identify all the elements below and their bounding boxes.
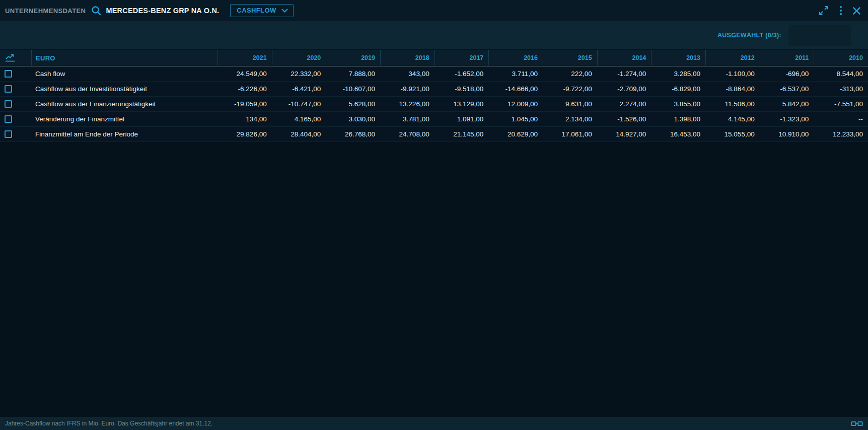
value-cell: -6.537,00 — [760, 85, 814, 93]
row-label: Cashflow aus der Finanzierungstätigkeit — [31, 100, 218, 108]
search-icon[interactable] — [91, 5, 102, 16]
year-column-header: 2014 — [597, 50, 652, 66]
row-label: Veränderung der Finanzmittel — [31, 115, 218, 123]
table-row: Finanzmittel am Ende der Periode29.826,0… — [0, 127, 868, 142]
value-cell: 16.453,00 — [651, 130, 705, 138]
value-cell: -2.709,00 — [597, 85, 652, 93]
value-cell: -1.526,00 — [597, 115, 652, 123]
window-controls — [818, 5, 861, 16]
value-cell: 28.404,00 — [272, 130, 326, 138]
value-cell: 5.842,00 — [760, 100, 814, 108]
value-cell: 222,00 — [543, 70, 597, 78]
value-cell: -1.100,00 — [705, 70, 760, 78]
value-cell: 15.055,00 — [705, 130, 760, 138]
value-cell: -9.518,00 — [435, 85, 489, 93]
row-checkbox-cell — [0, 70, 31, 78]
instrument-name: MERCEDES-BENZ GRP NA O.N. — [106, 7, 219, 15]
value-cell: -6.226,00 — [218, 85, 272, 93]
year-column-header: 2018 — [380, 50, 435, 66]
year-column-header: 2013 — [651, 50, 705, 66]
selected-count-label: AUSGEWÄHLT (0/3): — [717, 32, 781, 39]
row-checkbox-cell — [0, 85, 31, 93]
value-cell: 10.910,00 — [760, 130, 814, 138]
value-cell: 22.332,00 — [272, 70, 326, 78]
top-bar: UNTERNEHMENSDATEN MERCEDES-BENZ GRP NA O… — [0, 0, 868, 21]
value-cell: 4.145,00 — [705, 115, 760, 123]
year-column-header: 2011 — [760, 50, 814, 66]
row-checkbox[interactable] — [5, 115, 12, 123]
value-cell: 134,00 — [218, 115, 272, 123]
value-cell: 12.233,00 — [814, 130, 868, 138]
value-cell: 4.165,00 — [272, 115, 326, 123]
row-label: Finanzmittel am Ende der Periode — [31, 130, 218, 138]
value-cell: 14.927,00 — [597, 130, 652, 138]
value-cell: 5.628,00 — [326, 100, 380, 108]
value-cell: 13.129,00 — [435, 100, 489, 108]
year-column-header: 2015 — [543, 50, 597, 66]
value-cell: -10.747,00 — [272, 100, 326, 108]
selected-items-area — [788, 25, 851, 46]
value-cell: -696,00 — [760, 70, 814, 78]
value-cell: 2.274,00 — [597, 100, 652, 108]
value-cell: 3.285,00 — [651, 70, 705, 78]
value-cell: 9.631,00 — [543, 100, 597, 108]
value-cell: -8.864,00 — [705, 85, 760, 93]
year-column-header: 2016 — [488, 50, 543, 66]
expand-icon[interactable] — [818, 5, 829, 16]
year-column-header: 2019 — [326, 50, 380, 66]
view-selector-label: CASHFLOW — [237, 7, 276, 14]
value-cell: 24.549,00 — [218, 70, 272, 78]
row-checkbox[interactable] — [5, 100, 12, 108]
chart-icon[interactable] — [0, 50, 31, 66]
table-row: Cashflow aus der Investitionstätigkeit-6… — [0, 82, 868, 97]
value-cell: -1.323,00 — [760, 115, 814, 123]
value-cell: -1.274,00 — [597, 70, 652, 78]
value-cell: 1.398,00 — [651, 115, 705, 123]
row-checkbox-cell — [0, 115, 31, 123]
value-cell: -6.829,00 — [651, 85, 705, 93]
value-cell: 3.030,00 — [326, 115, 380, 123]
value-cell: 11.506,00 — [705, 100, 760, 108]
year-column-header: 2012 — [705, 50, 760, 66]
value-cell: -6.421,00 — [272, 85, 326, 93]
value-cell: 24.708,00 — [380, 130, 435, 138]
value-cell: 29.826,00 — [218, 130, 272, 138]
value-cell: 2.134,00 — [543, 115, 597, 123]
table-row: Veränderung der Finanzmittel134,004.165,… — [0, 112, 868, 127]
row-label: Cash flow — [31, 70, 218, 78]
value-cell: -19.059,00 — [218, 100, 272, 108]
value-cell: 3.855,00 — [651, 100, 705, 108]
value-cell: -- — [814, 115, 868, 123]
selection-toolbar: AUSGEWÄHLT (0/3): — [0, 21, 868, 49]
row-checkbox[interactable] — [5, 130, 12, 138]
value-cell: 26.768,00 — [326, 130, 380, 138]
row-checkbox-cell — [0, 130, 31, 138]
kebab-menu-icon[interactable] — [839, 5, 842, 16]
row-checkbox[interactable] — [5, 70, 12, 78]
footer: Jahres-Cashflow nach IFRS in Mio. Euro. … — [0, 417, 868, 430]
value-cell: 13.226,00 — [380, 100, 435, 108]
table-header-row: EURO 20212020201920182017201620152014201… — [0, 49, 868, 66]
year-column-header: 2010 — [814, 50, 868, 66]
row-checkbox[interactable] — [5, 85, 12, 93]
value-cell: -9.722,00 — [543, 85, 597, 93]
app-window: UNTERNEHMENSDATEN MERCEDES-BENZ GRP NA O… — [0, 0, 868, 430]
footnote: Jahres-Cashflow nach IFRS in Mio. Euro. … — [5, 420, 212, 427]
view-selector-dropdown[interactable]: CASHFLOW — [230, 4, 293, 17]
table-row: Cash flow24.549,0022.332,007.888,00343,0… — [0, 66, 868, 82]
link-icon[interactable] — [851, 420, 863, 427]
row-checkbox-cell — [0, 100, 31, 108]
close-icon[interactable] — [852, 7, 861, 15]
chevron-down-icon — [281, 9, 288, 13]
value-cell: 3.711,00 — [488, 70, 543, 78]
value-cell: -10.607,00 — [326, 85, 380, 93]
year-column-header: 2020 — [272, 50, 326, 66]
value-cell: 1.091,00 — [435, 115, 489, 123]
value-cell: -1.652,00 — [435, 70, 489, 78]
table-body: Cash flow24.549,0022.332,007.888,00343,0… — [0, 66, 868, 142]
value-cell: 17.061,00 — [543, 130, 597, 138]
app-title: UNTERNEHMENSDATEN — [5, 7, 86, 15]
value-cell: 3.781,00 — [380, 115, 435, 123]
value-cell: -7.551,00 — [814, 100, 868, 108]
value-cell: 8.544,00 — [814, 70, 868, 78]
